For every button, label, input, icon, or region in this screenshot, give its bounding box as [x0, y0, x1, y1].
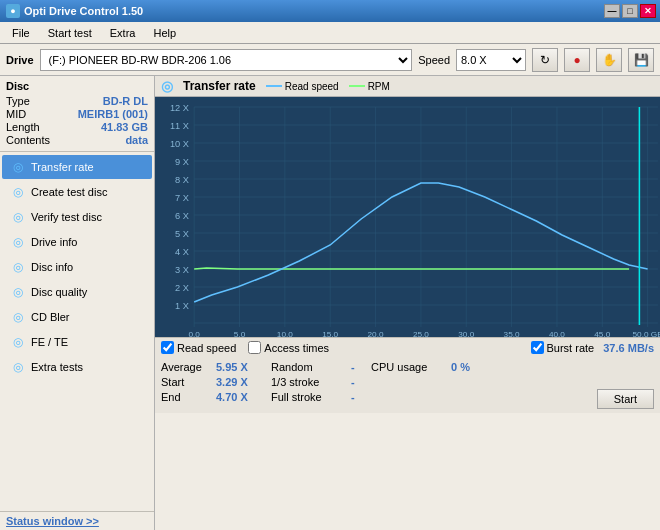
- nav-transfer-rate[interactable]: ◎ Transfer rate: [2, 155, 152, 179]
- svg-text:6 X: 6 X: [175, 211, 189, 221]
- read-speed-checkbox-label: Read speed: [177, 342, 236, 354]
- nav-transfer-rate-label: Transfer rate: [31, 161, 94, 173]
- nav-verify-test-disc[interactable]: ◎ Verify test disc: [2, 205, 152, 229]
- nav-verify-test-disc-label: Verify test disc: [31, 211, 102, 223]
- nav-extra-tests[interactable]: ◎ Extra tests: [2, 355, 152, 379]
- nav-disc-quality-label: Disc quality: [31, 286, 87, 298]
- close-button[interactable]: ✕: [640, 4, 656, 18]
- nav-create-test-disc[interactable]: ◎ Create test disc: [2, 180, 152, 204]
- nav-fe-te-label: FE / TE: [31, 336, 68, 348]
- drive-info-icon: ◎: [10, 234, 26, 250]
- burst-rate-checkbox[interactable]: [531, 341, 544, 354]
- toolbar-btn-1[interactable]: ●: [564, 48, 590, 72]
- read-speed-checkbox[interactable]: [161, 341, 174, 354]
- minimize-button[interactable]: —: [604, 4, 620, 18]
- status-window-link[interactable]: Status window >>: [6, 515, 99, 527]
- nav-cd-bler[interactable]: ◎ CD Bler: [2, 305, 152, 329]
- nav-drive-info[interactable]: ◎ Drive info: [2, 230, 152, 254]
- disc-length-label: Length: [6, 121, 40, 133]
- onethird-label: 1/3 stroke: [271, 376, 351, 388]
- start-button[interactable]: Start: [597, 389, 654, 409]
- start-label: Start: [161, 376, 216, 388]
- burst-rate-value: 37.6 MB/s: [603, 342, 654, 354]
- titlebar: ● Opti Drive Control 1.50 — □ ✕: [0, 0, 660, 22]
- nav-drive-info-label: Drive info: [31, 236, 77, 248]
- transfer-rate-icon: ◎: [10, 159, 26, 175]
- svg-text:25.0: 25.0: [413, 330, 430, 337]
- extra-tests-icon: ◎: [10, 359, 26, 375]
- save-button[interactable]: 💾: [628, 48, 654, 72]
- sidebar: Disc Type BD-R DL MID MEIRB1 (001) Lengt…: [0, 76, 155, 530]
- onethird-val: -: [351, 376, 371, 388]
- average-label: Average: [161, 361, 216, 373]
- svg-text:0.0: 0.0: [188, 330, 200, 337]
- svg-text:2 X: 2 X: [175, 283, 189, 293]
- svg-text:5 X: 5 X: [175, 229, 189, 239]
- create-test-disc-icon: ◎: [10, 184, 26, 200]
- average-val: 5.95 X: [216, 361, 271, 373]
- content-area: ◎ Transfer rate Read speed RPM: [155, 76, 660, 530]
- legend-rpm: RPM: [349, 81, 390, 92]
- stats-row-average: Average 5.95 X Random - CPU usage 0 %: [161, 361, 597, 373]
- svg-rect-0: [155, 97, 660, 337]
- random-label: Random: [271, 361, 351, 373]
- checkbox-access-times[interactable]: Access times: [248, 341, 329, 354]
- transfer-rate-chart: 12 X 11 X 10 X 9 X 8 X 7 X 6 X 5 X 4 X 3…: [155, 97, 660, 337]
- nav-disc-quality[interactable]: ◎ Disc quality: [2, 280, 152, 304]
- menu-extra[interactable]: Extra: [102, 25, 144, 41]
- fullstroke-val: -: [351, 391, 371, 403]
- app-title: Opti Drive Control 1.50: [24, 5, 143, 17]
- status-window-section[interactable]: Status window >>: [0, 511, 154, 530]
- app-icon: ●: [6, 4, 20, 18]
- disc-quality-icon: ◎: [10, 284, 26, 300]
- start-val: 3.29 X: [216, 376, 271, 388]
- disc-type-val: BD-R DL: [103, 95, 148, 107]
- disc-contents-label: Contents: [6, 134, 50, 146]
- drive-label: Drive: [6, 54, 34, 66]
- refresh-button[interactable]: ↻: [532, 48, 558, 72]
- svg-text:20.0: 20.0: [368, 330, 385, 337]
- menu-file[interactable]: File: [4, 25, 38, 41]
- fe-te-icon: ◎: [10, 334, 26, 350]
- speed-select[interactable]: 8.0 X: [456, 49, 526, 71]
- fullstroke-label: Full stroke: [271, 391, 351, 403]
- access-times-checkbox[interactable]: [248, 341, 261, 354]
- toolbar-btn-2[interactable]: ✋: [596, 48, 622, 72]
- access-times-checkbox-label: Access times: [264, 342, 329, 354]
- chart-checkboxes: Read speed Access times Burst rate 37.6 …: [155, 337, 660, 357]
- nav-extra-tests-label: Extra tests: [31, 361, 83, 373]
- disc-section-title: Disc: [6, 80, 148, 92]
- svg-text:10 X: 10 X: [170, 139, 189, 149]
- nav-cd-bler-label: CD Bler: [31, 311, 70, 323]
- svg-text:7 X: 7 X: [175, 193, 189, 203]
- nav-fe-te[interactable]: ◎ FE / TE: [2, 330, 152, 354]
- chart-header-icon: ◎: [161, 78, 173, 94]
- svg-text:15.0: 15.0: [322, 330, 339, 337]
- svg-text:40.0: 40.0: [549, 330, 566, 337]
- legend-read-speed-label: Read speed: [285, 81, 339, 92]
- maximize-button[interactable]: □: [622, 4, 638, 18]
- burst-rate-checkbox-label: Burst rate: [547, 342, 595, 354]
- svg-text:12 X: 12 X: [170, 103, 189, 113]
- menubar: File Start test Extra Help: [0, 22, 660, 44]
- drive-select[interactable]: (F:) PIONEER BD-RW BDR-206 1.06: [40, 49, 413, 71]
- stats-row-start: Start 3.29 X 1/3 stroke -: [161, 376, 597, 388]
- cd-bler-icon: ◎: [10, 309, 26, 325]
- main-content: Disc Type BD-R DL MID MEIRB1 (001) Lengt…: [0, 76, 660, 530]
- svg-text:10.0: 10.0: [277, 330, 294, 337]
- svg-text:4 X: 4 X: [175, 247, 189, 257]
- nav-disc-info[interactable]: ◎ Disc info: [2, 255, 152, 279]
- chart-title: Transfer rate: [183, 79, 256, 93]
- drivebar: Drive (F:) PIONEER BD-RW BDR-206 1.06 Sp…: [0, 44, 660, 76]
- checkbox-read-speed[interactable]: Read speed: [161, 341, 236, 354]
- speed-label: Speed: [418, 54, 450, 66]
- menu-help[interactable]: Help: [145, 25, 184, 41]
- nav-disc-info-label: Disc info: [31, 261, 73, 273]
- stats-row-end: End 4.70 X Full stroke -: [161, 391, 597, 403]
- svg-text:1 X: 1 X: [175, 301, 189, 311]
- disc-mid-label: MID: [6, 108, 26, 120]
- menu-start-test[interactable]: Start test: [40, 25, 100, 41]
- disc-info-icon: ◎: [10, 259, 26, 275]
- checkbox-burst-rate[interactable]: Burst rate 37.6 MB/s: [531, 341, 655, 354]
- svg-text:9 X: 9 X: [175, 157, 189, 167]
